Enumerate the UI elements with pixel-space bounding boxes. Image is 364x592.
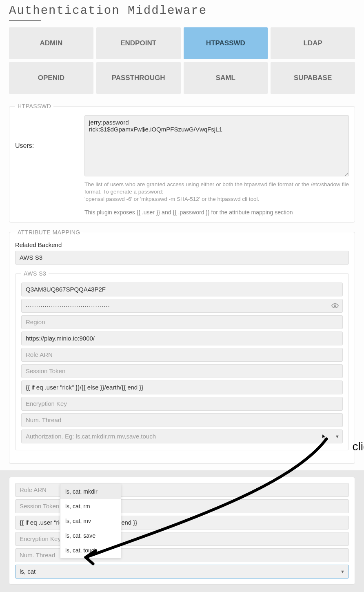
page-title: Authentication Middleware bbox=[9, 4, 355, 18]
encryption-key-input[interactable] bbox=[21, 397, 343, 411]
aws-s3-legend: AWS S3 bbox=[21, 270, 49, 277]
secret-key-input[interactable] bbox=[21, 299, 343, 313]
tab-supabase[interactable]: SUPABASE bbox=[271, 62, 355, 94]
access-key-input[interactable] bbox=[21, 283, 343, 296]
tab-ldap[interactable]: LDAP bbox=[271, 27, 355, 59]
dropdown-option[interactable]: ls, cat, rm bbox=[60, 499, 121, 514]
aws-s3-fieldset: AWS S3 ▼ bbox=[15, 270, 349, 450]
authorization-dropdown: ls, cat, mkdir ls, cat, rm ls, cat, mv l… bbox=[60, 484, 121, 558]
plugin-exposes-help: This plugin exposes {{ .user }} and {{ .… bbox=[84, 209, 349, 216]
attribute-mapping-legend: ATTRIBUTE MAPPING bbox=[15, 229, 83, 236]
lower-panel: ▼ ls, cat, mkdir ls, cat, rm ls, cat, mv… bbox=[0, 470, 364, 592]
tab-admin[interactable]: ADMIN bbox=[9, 27, 93, 59]
num-thread-input[interactable] bbox=[21, 413, 343, 427]
users-textarea[interactable]: jerry:password rick:$1$dGpamxFw$e.iOQmPF… bbox=[84, 115, 349, 176]
attribute-mapping-fieldset: ATTRIBUTE MAPPING Related Backend AWS S3 bbox=[9, 229, 355, 464]
related-backend-select[interactable] bbox=[15, 251, 349, 265]
tab-passthrough[interactable]: PASSTHROUGH bbox=[96, 62, 181, 94]
users-label: Users: bbox=[15, 115, 76, 149]
tab-grid: ADMIN ENDPOINT HTPASSWD LDAP OPENID PASS… bbox=[9, 27, 355, 94]
session-token-input[interactable] bbox=[21, 364, 343, 378]
dropdown-option[interactable]: ls, cat, save bbox=[60, 528, 121, 543]
path-input[interactable] bbox=[21, 381, 343, 394]
region-input[interactable] bbox=[21, 315, 343, 329]
dropdown-option[interactable]: ls, cat, mv bbox=[60, 514, 121, 528]
htpasswd-legend: HTPASSWD bbox=[15, 103, 53, 109]
users-help: The list of users who are granted access… bbox=[84, 181, 349, 203]
svg-point-0 bbox=[334, 305, 336, 307]
htpasswd-fieldset: HTPASSWD Users: jerry:password rick:$1$d… bbox=[9, 103, 355, 223]
related-backend-label: Related Backend bbox=[15, 241, 349, 248]
tab-saml[interactable]: SAML bbox=[184, 62, 268, 94]
authorization-input[interactable] bbox=[21, 430, 343, 443]
tab-htpasswd[interactable]: HTPASSWD bbox=[184, 27, 268, 59]
eye-icon[interactable] bbox=[331, 302, 339, 309]
authorization-input-2[interactable] bbox=[15, 565, 349, 579]
click-annotation: click bbox=[353, 440, 364, 453]
tab-endpoint[interactable]: ENDPOINT bbox=[96, 27, 181, 59]
endpoint-input[interactable] bbox=[21, 332, 343, 345]
role-arn-input[interactable] bbox=[21, 348, 343, 362]
dropdown-option[interactable]: ls, cat, touch bbox=[60, 543, 121, 558]
tab-openid[interactable]: OPENID bbox=[9, 62, 93, 94]
dropdown-option[interactable]: ls, cat, mkdir bbox=[60, 484, 121, 499]
